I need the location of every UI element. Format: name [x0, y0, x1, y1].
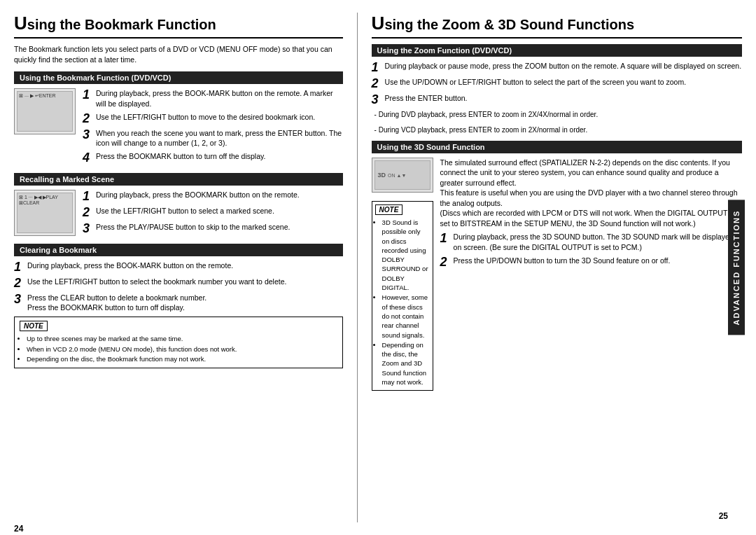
zoom-step-number-3: 3: [372, 93, 382, 106]
image-inner-recall: ⊠ 1 ··· ▶◀ ▶PLAY ⊠CLEAR: [17, 193, 73, 233]
image-3d: 3D ON ▲▼: [372, 158, 433, 193]
3d-heading: Using the 3D Sound Function: [372, 141, 742, 153]
zoom-step-text-2: Use the UP/DOWN or LEFT/RIGHT button to …: [385, 77, 687, 90]
image-inner-bookmark: ⊠···▶↵ENTER: [17, 91, 73, 132]
zoom-step-number-1: 1: [372, 61, 382, 74]
zoom-step-text-3: Press the ENTER button.: [385, 93, 468, 106]
image-controls-recall: ⊠ 1 ··· ▶◀ ▶PLAY ⊠CLEAR: [19, 195, 71, 206]
step-2-3: 3 Press the PLAY/PAUSE button to skip to…: [83, 222, 343, 235]
step-text-3-3: Press the CLEAR button to delete a bookm…: [27, 293, 206, 312]
step-number-3-2: 2: [14, 277, 24, 289]
step-3-3: 3 Press the CLEAR button to delete a boo…: [14, 293, 343, 312]
right-section-title: Using the Zoom & 3D Sound Functions: [372, 13, 742, 39]
step-number-2-1: 1: [83, 190, 92, 202]
zoom-step-text-1: During playback or pause mode, press the…: [385, 61, 742, 74]
step-text-3-2: Use the LEFT/RIGHT button to select the …: [27, 277, 286, 289]
section1-heading: Using the Bookmark Function (DVD/VCD): [14, 71, 343, 84]
3d-step-number-1: 1: [440, 232, 450, 251]
left-note-item-1: When in VCD 2.0 mode (MENU ON mode), thi…: [27, 345, 337, 354]
zoom-notes: - During DVD playback, press ENTER to zo…: [372, 110, 742, 135]
advanced-functions-tab: ADVANCED FUNCTIONS: [728, 200, 745, 335]
step-text-1-3: When you reach the scene you want to mar…: [96, 128, 343, 148]
step-text-1-2: Use the LEFT/RIGHT button to move to the…: [96, 112, 315, 125]
title-rest-left: sing the Bookmark Function: [27, 17, 216, 32]
zoom-step-1: 1 During playback or pause mode, press t…: [372, 61, 742, 74]
3d-left-panel: 3D ON ▲▼ NOTE 3D Sound is possible only …: [372, 158, 433, 395]
3d-step-1: 1 During playback, press the 3D SOUND bu…: [440, 232, 742, 251]
step-1-1: 1 During playback, press the BOOK-MARK b…: [83, 88, 343, 108]
title-rest-right: sing the Zoom & 3D Sound Functions: [384, 17, 634, 32]
step-text-1-1: During playback, press the BOOK-MARK but…: [96, 88, 343, 108]
zoom-note-0: - During DVD playback, press ENTER to zo…: [374, 110, 742, 120]
3d-content: 3D ON ▲▼ NOTE 3D Sound is possible only …: [372, 158, 742, 395]
intro-text: The Bookmark function lets you select pa…: [14, 44, 343, 64]
step-1-4: 4 Press the BOOKMARK button to turn off …: [83, 151, 343, 164]
step-3-1: 1 During playback, press the BOOK-MARK b…: [14, 260, 343, 273]
3d-right-panel: The simulated surround effect (SPATIALIZ…: [440, 158, 742, 395]
image-recall: ⊠ 1 ··· ▶◀ ▶PLAY ⊠CLEAR: [14, 190, 76, 236]
step-number-1-2: 2: [83, 112, 92, 125]
image-bookmark: ⊠···▶↵ENTER: [14, 88, 76, 134]
section2-steps: 1 During playback, press the BOOKMARK bu…: [83, 190, 343, 238]
section2-content: ⊠ 1 ··· ▶◀ ▶PLAY ⊠CLEAR 1 During playbac…: [14, 190, 343, 238]
inner-3d: 3D ON ▲▼: [374, 160, 430, 190]
step-1-2: 2 Use the LEFT/RIGHT button to move to t…: [83, 112, 343, 125]
left-column: Using the Bookmark Function The Bookmark…: [14, 13, 358, 522]
step-number-1-4: 4: [83, 151, 92, 164]
zoom-step-number-2: 2: [372, 77, 382, 90]
zoom-steps: 1 During playback or pause mode, press t…: [372, 61, 742, 106]
section3-steps: 1 During playback, press the BOOK-MARK b…: [14, 260, 343, 312]
step-1-3: 3 When you reach the scene you want to m…: [83, 128, 343, 148]
left-note-box: NOTE Up to three scenes may be marked at…: [14, 317, 343, 368]
3d-step-text-1: During playback, press the 3D SOUND butt…: [454, 232, 742, 251]
step-number-1-1: 1: [83, 88, 92, 108]
tab-label: ADVANCED FUNCTIONS: [728, 200, 745, 335]
right-note-item-2: Depending on the disc, the Zoom and 3D S…: [382, 340, 430, 387]
zoom-heading: Using the Zoom Function (DVD/VCD): [372, 44, 742, 57]
left-note-title: NOTE: [20, 321, 48, 331]
step-number-3-1: 1: [14, 260, 24, 273]
section2-heading: Recalling a Marked Scene: [14, 173, 343, 186]
right-column: Using the Zoom & 3D Sound Functions Usin…: [358, 13, 742, 522]
right-note-title: NOTE: [375, 204, 403, 215]
step-number-3-3: 3: [14, 293, 24, 312]
right-note-item-0: 3D Sound is possible only on discs recor…: [382, 218, 430, 292]
right-note-item-1: However, some of these discs do not cont…: [382, 293, 430, 339]
3d-step-number-2: 2: [440, 256, 450, 268]
step-number-2-2: 2: [83, 206, 92, 218]
zoom-note-1: - During VCD playback, press ENTER to zo…: [374, 125, 742, 135]
left-section-title: Using the Bookmark Function: [14, 13, 343, 39]
step-2-1: 1 During playback, press the BOOKMARK bu…: [83, 190, 343, 202]
step-text-1-4: Press the BOOKMARK button to turn off th…: [96, 151, 265, 164]
image-controls: ⊠···▶↵ENTER: [19, 93, 56, 99]
step-number-1-3: 3: [83, 128, 92, 148]
step-3-2: 2 Use the LEFT/RIGHT button to select th…: [14, 277, 343, 289]
3d-step-text-2: Press the UP/DOWN button to turn the 3D …: [454, 256, 671, 268]
step-text-2-3: Press the PLAY/PAUSE button to skip to t…: [96, 222, 290, 235]
step-text-2-2: Use the LEFT/RIGHT button to select a ma…: [96, 206, 274, 218]
step-text-3-1: During playback, press the BOOK-MARK but…: [27, 260, 233, 273]
section1-content: ⊠···▶↵ENTER 1 During playback, press the…: [14, 88, 343, 167]
zoom-step-2: 2 Use the UP/DOWN or LEFT/RIGHT button t…: [372, 77, 742, 90]
step-text-2-1: During playback, press the BOOKMARK butt…: [96, 190, 300, 202]
left-note-item-2: Depending on the disc, the Bookmark func…: [27, 354, 337, 363]
title-cap-left: U: [14, 13, 27, 34]
right-note-box: NOTE 3D Sound is possible only on discs …: [372, 201, 433, 391]
left-note-list: Up to three scenes may be marked at the …: [20, 334, 337, 363]
3d-description: The simulated surround effect (SPATIALIZ…: [440, 158, 742, 228]
section3-heading: Clearing a Bookmark: [14, 244, 343, 256]
step-2-2: 2 Use the LEFT/RIGHT button to select a …: [83, 206, 343, 218]
title-cap-right: U: [372, 13, 385, 34]
page-number-right: 25: [719, 511, 728, 521]
section1-steps: 1 During playback, press the BOOK-MARK b…: [83, 88, 343, 167]
left-note-item-0: Up to three scenes may be marked at the …: [27, 334, 337, 343]
page-container: Using the Bookmark Function The Bookmark…: [0, 0, 756, 535]
step-number-2-3: 3: [83, 222, 92, 235]
zoom-step-3: 3 Press the ENTER button.: [372, 93, 742, 106]
right-note-list: 3D Sound is possible only on discs recor…: [375, 218, 430, 387]
page-number-left: 24: [14, 524, 23, 534]
3d-step-2: 2 Press the UP/DOWN button to turn the 3…: [440, 256, 742, 268]
